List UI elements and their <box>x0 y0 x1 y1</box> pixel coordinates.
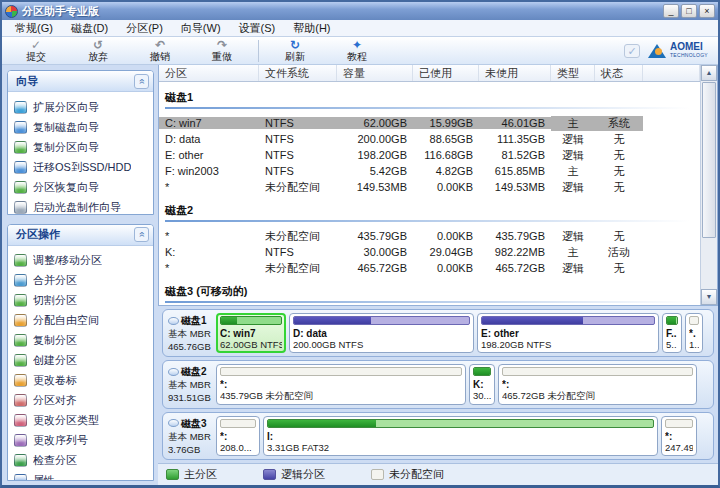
partition-block[interactable]: *:247.49... <box>661 416 697 456</box>
operation-item-label: 更改卷标 <box>33 373 77 388</box>
partition-block[interactable]: E: other198.20GB NTFS <box>477 313 659 353</box>
wizard-item-label: 扩展分区向导 <box>33 100 99 115</box>
disk-name: 磁盘3 <box>168 417 213 430</box>
register-check-icon[interactable]: ✓ <box>624 44 640 58</box>
table-cell: 435.79GB <box>337 230 413 242</box>
operation-item-10[interactable]: 检查分区 <box>14 451 151 471</box>
table-row[interactable]: C: win7NTFS62.00GB15.99GB46.01GB主系统 <box>159 115 700 131</box>
menu-item-1[interactable]: 磁盘(D) <box>62 20 117 37</box>
maximize-button[interactable]: □ <box>681 4 697 18</box>
usage-bar <box>481 316 655 325</box>
toolbar-button-label: 教程 <box>347 51 367 62</box>
partition-label: *: <box>665 431 693 442</box>
partition-block[interactable]: *.1.. <box>685 313 703 353</box>
menu-item-2[interactable]: 分区(P) <box>117 20 172 37</box>
partition-block[interactable]: F..5.. <box>662 313 682 353</box>
toolbar-button-刷新[interactable]: ↻刷新 <box>267 38 323 64</box>
partition-block[interactable]: D: data200.00GB NTFS <box>289 313 474 353</box>
column-header-5[interactable]: 类型 <box>551 65 595 81</box>
toolbar-button-提交[interactable]: ✓提交 <box>8 38 64 64</box>
disk-type: 基本 MBR <box>168 327 213 340</box>
aomei-triangle-icon <box>648 44 666 58</box>
table-row[interactable]: *未分配空间149.53MB0.00KB149.53MB逻辑无 <box>159 179 700 195</box>
resize-move-partition-icon <box>14 254 27 267</box>
table-cell: 5.42GB <box>337 165 413 177</box>
table-scrollbar[interactable]: ▲ ▼ <box>700 65 717 305</box>
operation-item-0[interactable]: 调整/移动分区 <box>14 251 151 271</box>
operation-item-1[interactable]: 合并分区 <box>14 271 151 291</box>
table-cell: NTFS <box>259 149 337 161</box>
partition-detail: 62.00GB NTFS <box>220 339 282 350</box>
partition-block[interactable]: I:3.31GB FAT32 <box>263 416 658 456</box>
table-cell: 615.85MB <box>479 165 551 177</box>
scroll-up-button[interactable]: ▲ <box>701 65 717 81</box>
wizard-item-2[interactable]: 复制分区向导 <box>14 137 151 157</box>
table-cell: 无 <box>595 261 643 276</box>
partition-block[interactable]: *:465.72GB 未分配空间 <box>498 364 697 404</box>
table-row[interactable]: F: win2003NTFS5.42GB4.82GB615.85MB主无 <box>159 163 700 179</box>
column-header-6[interactable]: 状态 <box>595 65 643 81</box>
disk-group-name: 磁盘2 <box>165 203 700 218</box>
extend-partition-wizard-icon <box>14 101 27 114</box>
operations-collapse-button[interactable]: » <box>134 227 149 242</box>
menu-item-3[interactable]: 向导(W) <box>172 20 230 37</box>
menu-item-5[interactable]: 帮助(H) <box>284 20 339 37</box>
column-header-3[interactable]: 已使用 <box>413 65 479 81</box>
operation-item-8[interactable]: 更改分区类型 <box>14 411 151 431</box>
toolbar-button-重做[interactable]: ↷重做 <box>194 38 250 64</box>
operation-item-2[interactable]: 切割分区 <box>14 291 151 311</box>
partition-label: *: <box>220 379 462 389</box>
operation-item-6[interactable]: 更改卷标 <box>14 371 151 391</box>
wizard-item-0[interactable]: 扩展分区向导 <box>14 97 151 117</box>
partition-label: *: <box>220 431 256 442</box>
wizard-item-3[interactable]: 迁移OS到SSD/HDD <box>14 157 151 177</box>
wizards-collapse-button[interactable]: » <box>134 74 149 89</box>
table-row[interactable]: K:NTFS30.00GB29.04GB982.22MB主活动 <box>159 244 700 260</box>
toolbar-button-撤销[interactable]: ↶撤销 <box>132 38 188 64</box>
toolbar-button-放弃[interactable]: ↺放弃 <box>70 38 126 64</box>
column-header-1[interactable]: 文件系统 <box>259 65 337 81</box>
table-cell: 主 <box>551 245 595 260</box>
table-cell: * <box>159 181 259 193</box>
wizard-item-1[interactable]: 复制磁盘向导 <box>14 117 151 137</box>
column-header-0[interactable]: 分区 <box>159 65 259 81</box>
operation-item-5[interactable]: 创建分区 <box>14 351 151 371</box>
operation-item-label: 分配自由空间 <box>33 313 99 328</box>
table-cell: 30.00GB <box>337 246 413 258</box>
table-cell: 149.53MB <box>337 181 413 193</box>
operation-item-label: 创建分区 <box>33 353 77 368</box>
operation-item-11[interactable]: 属性 <box>14 471 151 481</box>
menu-item-0[interactable]: 常规(G) <box>6 20 62 37</box>
partition-block[interactable]: K:30... <box>469 364 495 404</box>
toolbar-button-教程[interactable]: ✦教程 <box>329 38 385 64</box>
merge-partitions-icon <box>14 274 27 287</box>
table-cell: 465.72GB <box>479 262 551 274</box>
usage-bar <box>220 419 256 428</box>
table-cell: 111.35GB <box>479 133 551 145</box>
minimize-button[interactable]: _ <box>663 4 679 18</box>
disk-row-3: 磁盘3基本 MBR3.76GB*:208.0...I:3.31GB FAT32*… <box>162 412 714 460</box>
create-partition-icon <box>14 354 27 367</box>
operation-item-3[interactable]: 分配自由空间 <box>14 311 151 331</box>
table-row[interactable]: *未分配空间435.79GB0.00KB435.79GB逻辑无 <box>159 228 700 244</box>
partition-block[interactable]: *:208.0... <box>216 416 260 456</box>
scroll-thumb[interactable] <box>702 82 716 238</box>
table-row[interactable]: *未分配空间465.72GB0.00KB465.72GB逻辑无 <box>159 260 700 276</box>
column-header-4[interactable]: 未使用 <box>479 65 551 81</box>
scroll-down-button[interactable]: ▼ <box>701 289 717 305</box>
wizard-item-5[interactable]: 启动光盘制作向导 <box>14 197 151 215</box>
wizard-item-4[interactable]: 分区恢复向导 <box>14 177 151 197</box>
operation-item-9[interactable]: 更改序列号 <box>14 431 151 451</box>
table-row[interactable]: D: dataNTFS200.00GB88.65GB111.35GB逻辑无 <box>159 131 700 147</box>
column-header-2[interactable]: 容量 <box>337 65 413 81</box>
partition-block[interactable]: C: win762.00GB NTFS <box>216 313 286 353</box>
partition-block[interactable]: *:435.79GB 未分配空间 <box>216 364 466 404</box>
usage-bar <box>473 367 491 376</box>
menu-item-4[interactable]: 设置(S) <box>230 20 285 37</box>
operation-item-4[interactable]: 复制分区 <box>14 331 151 351</box>
operation-item-label: 更改序列号 <box>33 433 88 448</box>
close-button[interactable]: × <box>699 4 715 18</box>
operation-item-7[interactable]: 分区对齐 <box>14 391 151 411</box>
table-row[interactable]: E: otherNTFS198.20GB116.68GB81.52GB逻辑无 <box>159 147 700 163</box>
disk-type: 基本 MBR <box>168 378 213 391</box>
